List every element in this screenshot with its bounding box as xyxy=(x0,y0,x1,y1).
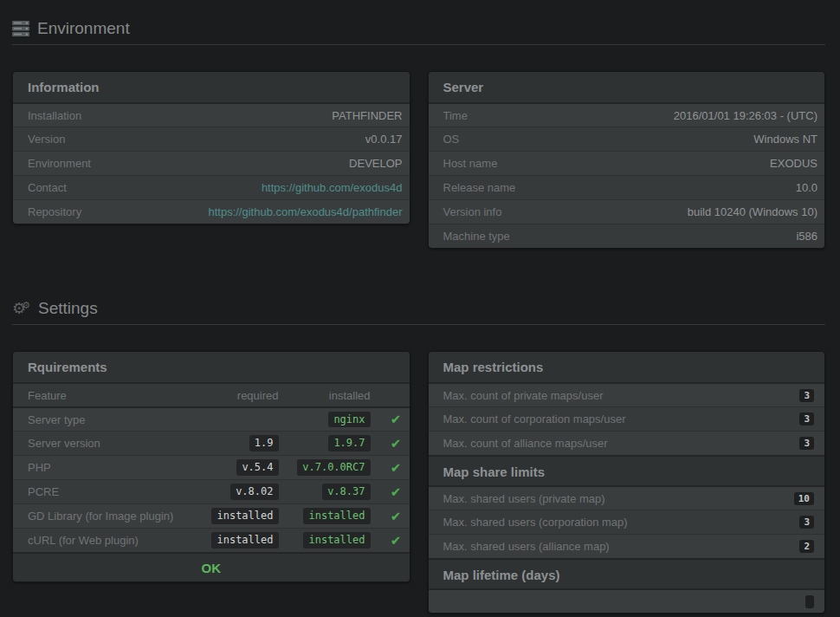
row-label: Max. count of alliance maps/user xyxy=(443,437,608,450)
feature-label: Server version xyxy=(28,437,192,450)
count-badge: 10 xyxy=(794,492,814,505)
map-settings-rows: Max. count of private maps/user3Max. cou… xyxy=(429,382,825,613)
requirements-panel: Rquirements Feature required installed S… xyxy=(12,351,410,582)
row-label: Contact xyxy=(28,181,67,194)
row-label: Machine type xyxy=(443,230,510,243)
server-rows: Time2016/01/01 19:26:03 - (UTC)OSWindows… xyxy=(429,102,825,248)
server-panel-title: Server xyxy=(429,72,825,102)
check-icon: ✔ xyxy=(391,412,402,427)
table-row: PHPv.5.4v.7.0.0RC7✔ xyxy=(13,455,410,479)
installed-badge: 1.9.7 xyxy=(328,435,370,451)
row-value: v0.0.17 xyxy=(65,133,402,146)
row-label: Max. shared users (corporation map) xyxy=(443,516,628,529)
row-label: Release name xyxy=(443,181,516,194)
table-row: Machine typei586 xyxy=(429,224,825,248)
table-row: Server version1.91.9.7✔ xyxy=(13,431,410,455)
information-rows: InstallationPATHFINDERVersionv0.0.17Envi… xyxy=(13,102,410,224)
requirements-panel-title: Rquirements xyxy=(13,352,410,382)
section-divider xyxy=(12,324,825,325)
gear-small-glyph: ⚙ xyxy=(22,301,30,310)
row-value: 10.0 xyxy=(515,181,817,194)
requirements-ok-status: OK xyxy=(13,552,410,581)
installed-badge: installed xyxy=(303,532,370,548)
installed-cell: v.7.0.0RC7 xyxy=(279,459,383,475)
installed-cell: nginx xyxy=(279,412,383,427)
table-row: Max. shared users (private map)10 xyxy=(429,485,825,510)
environment-section-header: Environment xyxy=(12,0,825,38)
table-row: Version infobuild 10240 (Windows 10) xyxy=(429,199,825,224)
feature-label: PHP xyxy=(28,461,192,474)
row-label: Max. shared users (alliance map) xyxy=(443,540,610,553)
row-label: Version info xyxy=(443,205,502,218)
table-row: Host nameEXODUS xyxy=(429,151,825,175)
row-value: DEVELOP xyxy=(91,157,403,170)
map-settings-panel: Map restrictions Max. count of private m… xyxy=(428,351,826,614)
column-header-installed: installed xyxy=(279,389,383,402)
check-icon: ✔ xyxy=(391,436,402,451)
count-badge: 3 xyxy=(799,516,814,529)
table-row: Server typenginx✔ xyxy=(13,406,410,431)
environment-panels: Information InstallationPATHFINDERVersio… xyxy=(12,71,825,249)
required-badge: installed xyxy=(211,508,278,523)
row-label: Max. count of corporation maps/user xyxy=(443,412,626,425)
row-label: Environment xyxy=(28,157,91,170)
column-header-feature: Feature xyxy=(28,389,192,402)
row-value: EXODUS xyxy=(497,157,817,170)
information-panel: Information InstallationPATHFINDERVersio… xyxy=(12,71,410,224)
settings-panels: Rquirements Feature required installed S… xyxy=(12,351,825,614)
column-header-required: required xyxy=(192,389,279,402)
table-row: Max. shared users (corporation map)3 xyxy=(429,510,825,534)
section-divider xyxy=(12,44,825,45)
count-badge: 3 xyxy=(799,437,814,450)
row-label: Installation xyxy=(28,109,81,122)
map-subsection-title: Map share limits xyxy=(429,455,825,485)
table-row: Max. count of private maps/user3 xyxy=(429,382,825,406)
installed-cell: v.8.37 xyxy=(279,484,383,499)
external-link[interactable]: https://github.com/exodus4d xyxy=(67,181,403,194)
table-row: Versionv0.0.17 xyxy=(13,127,410,151)
required-cell: installed xyxy=(192,508,279,523)
row-label: Max. shared users (private map) xyxy=(443,492,605,505)
required-cell: v.5.4 xyxy=(192,459,279,475)
row-value: PATHFINDER xyxy=(81,109,402,122)
row-label: Max. count of private maps/user xyxy=(443,389,604,402)
row-label: Version xyxy=(28,133,65,146)
required-badge: v.5.4 xyxy=(236,459,278,475)
feature-label: cURL (for Web plugin) xyxy=(28,534,192,547)
required-cell: v.8.02 xyxy=(192,484,279,499)
table-row: Max. shared users (alliance map)2 xyxy=(429,534,825,558)
status-cell: ✔ xyxy=(383,533,410,549)
required-badge: installed xyxy=(211,532,278,548)
required-cell: installed xyxy=(192,532,279,548)
environment-section-title: Environment xyxy=(37,19,130,38)
table-row: Time2016/01/01 19:26:03 - (UTC) xyxy=(429,102,825,127)
admin-setup-page: Environment Information InstallationPATH… xyxy=(0,0,840,614)
server-stack-icon xyxy=(12,21,29,36)
required-badge: v.8.02 xyxy=(230,484,278,499)
status-cell: ✔ xyxy=(383,509,410,524)
installed-cell: 1.9.7 xyxy=(279,435,383,451)
check-icon: ✔ xyxy=(391,509,402,524)
table-row: Repositoryhttps://github.com/exodus4d/pa… xyxy=(13,199,410,224)
server-panel: Server Time2016/01/01 19:26:03 - (UTC)OS… xyxy=(428,71,826,249)
gears-icon: ⚙ ⚙ xyxy=(12,301,30,316)
row-label: OS xyxy=(443,133,460,146)
check-icon: ✔ xyxy=(391,460,402,476)
row-value: build 10240 (Windows 10) xyxy=(501,205,817,218)
table-row xyxy=(429,588,825,613)
installed-cell: installed xyxy=(279,532,383,548)
feature-label: GD Library (for Image plugin) xyxy=(28,510,192,523)
requirements-rows: Server typenginx✔Server version1.91.9.7✔… xyxy=(13,406,410,552)
row-value: 2016/01/01 19:26:03 - (UTC) xyxy=(468,109,817,122)
table-row: Contacthttps://github.com/exodus4d xyxy=(13,175,410,199)
feature-label: Server type xyxy=(28,413,192,426)
table-row: PCREv.8.02v.8.37✔ xyxy=(13,479,410,503)
settings-section-title: Settings xyxy=(38,299,98,318)
installed-badge: v.8.37 xyxy=(322,484,370,499)
check-icon: ✔ xyxy=(391,533,402,549)
installed-cell: installed xyxy=(279,508,383,523)
row-label: Repository xyxy=(28,205,81,218)
status-cell: ✔ xyxy=(383,412,410,427)
count-badge: 2 xyxy=(799,540,814,553)
external-link[interactable]: https://github.com/exodus4d/pathfinder xyxy=(81,205,402,218)
